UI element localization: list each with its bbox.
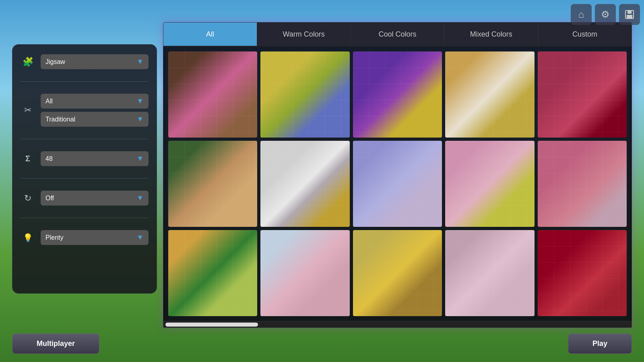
puzzle-type-controls: Jigsaw ▼ <box>41 54 149 69</box>
divider-3 <box>21 178 149 179</box>
piece-count-arrow: ▼ <box>136 154 144 163</box>
puzzle-cell-11[interactable] <box>168 230 257 316</box>
puzzle-cell-1[interactable] <box>168 51 257 138</box>
puzzle-cell-9[interactable] <box>445 141 534 227</box>
puzzle-cell-15[interactable] <box>538 230 627 316</box>
puzzle-cell-4[interactable] <box>445 51 534 138</box>
rotation-controls: Off ▼ <box>41 191 149 206</box>
hints-controls: Plenty ▼ <box>41 230 149 245</box>
puzzle-cell-10[interactable] <box>538 141 627 227</box>
top-icon-bar: ⌂ ⚙ <box>571 4 640 25</box>
tab-all[interactable]: All <box>163 23 257 46</box>
sidebar-row-hints: 💡 Plenty ▼ <box>21 230 149 245</box>
tab-cool-colors[interactable]: Cool Colors <box>351 23 445 46</box>
cut-style-arrow: ▼ <box>136 115 144 123</box>
piece-count-controls: 48 ▼ <box>41 151 149 166</box>
sidebar-row-rotation: ↻ Off ▼ <box>21 191 149 206</box>
sidebar-row-piece-count: Σ 48 ▼ <box>21 151 149 166</box>
hints-select[interactable]: Plenty ▼ <box>41 230 149 245</box>
puzzle-grid <box>163 47 632 321</box>
scrollbar[interactable] <box>163 321 632 327</box>
tab-bar: All Warm Colors Cool Colors Mixed Colors… <box>163 23 632 47</box>
play-button[interactable]: Play <box>568 333 632 354</box>
puzzle-cell-6[interactable] <box>168 141 257 227</box>
puzzle-cell-7[interactable] <box>260 141 349 227</box>
settings-icon[interactable]: ⚙ <box>595 4 616 25</box>
puzzle-cell-3[interactable] <box>353 51 442 138</box>
main-content: All Warm Colors Cool Colors Mixed Colors… <box>163 22 632 328</box>
rotation-icon: ↻ <box>21 191 35 206</box>
puzzle-icon: 🧩 <box>21 55 35 69</box>
tab-custom[interactable]: Custom <box>538 23 632 46</box>
hints-icon: 💡 <box>21 230 35 245</box>
bottom-bar: Multiplayer Play <box>12 333 632 354</box>
multiplayer-button[interactable]: Multiplayer <box>12 333 99 354</box>
puzzle-cell-14[interactable] <box>445 230 534 316</box>
save-icon[interactable] <box>619 4 640 25</box>
cut-style-select[interactable]: Traditional ▼ <box>41 112 149 127</box>
puzzle-cell-13[interactable] <box>353 230 442 316</box>
sidebar-row-cut-type: ✂ All ▼ Traditional ▼ <box>21 94 149 127</box>
sidebar-row-puzzle-type: 🧩 Jigsaw ▼ <box>21 54 149 69</box>
tab-mixed-colors[interactable]: Mixed Colors <box>444 23 538 46</box>
cut-all-arrow: ▼ <box>136 97 144 105</box>
home-icon[interactable]: ⌂ <box>571 4 592 25</box>
rotation-select[interactable]: Off ▼ <box>41 191 149 206</box>
divider-2 <box>21 139 149 139</box>
divider-4 <box>21 218 149 218</box>
svg-rect-2 <box>627 15 632 18</box>
cut-type-controls: All ▼ Traditional ▼ <box>41 94 149 127</box>
tab-warm-colors[interactable]: Warm Colors <box>257 23 351 46</box>
svg-rect-1 <box>627 10 632 14</box>
puzzle-cell-12[interactable] <box>260 230 349 316</box>
sigma-icon: Σ <box>21 152 35 166</box>
piece-count-select[interactable]: 48 ▼ <box>41 151 149 166</box>
rotation-arrow: ▼ <box>136 194 144 202</box>
puzzle-cell-2[interactable] <box>260 51 349 138</box>
divider-1 <box>21 81 149 82</box>
sidebar: 🧩 Jigsaw ▼ ✂ All ▼ Traditional ▼ Σ <box>12 44 157 294</box>
cut-icon: ✂ <box>21 103 35 117</box>
puzzle-cell-5[interactable] <box>538 51 627 138</box>
cut-all-select[interactable]: All ▼ <box>41 94 149 109</box>
puzzle-type-arrow: ▼ <box>136 58 144 66</box>
puzzle-type-select[interactable]: Jigsaw ▼ <box>41 54 149 69</box>
puzzle-cell-8[interactable] <box>353 141 442 227</box>
scrollbar-thumb[interactable] <box>165 323 258 327</box>
hints-arrow: ▼ <box>136 233 144 242</box>
